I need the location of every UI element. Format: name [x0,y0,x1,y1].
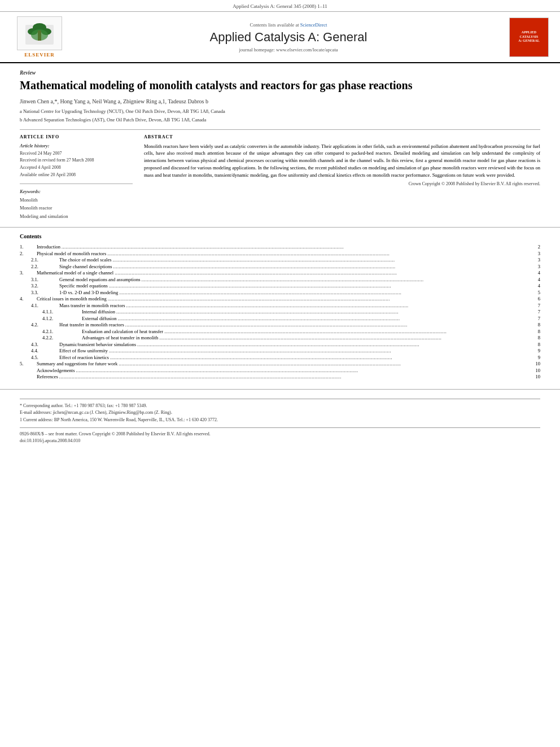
toc-dots: ........................................… [113,264,529,269]
toc-dots: ........................................… [119,290,529,295]
toc-page-number: 7 [529,316,540,321]
toc-dots: ........................................… [142,277,529,282]
toc-title-text: External diffusion [82,316,116,321]
toc-number: 4.3. [31,342,59,347]
journal-header: ELSEVIER Contents lists available at Sci… [0,12,560,63]
catalysis-journal-logo: APPLIEDCATALYSISA: GENERAL [509,18,549,57]
toc-item: 4.1.1.Internal diffusion ...............… [20,309,540,314]
toc-page-number: 4 [529,277,540,282]
toc-dots: ........................................… [113,257,529,263]
toc-number: 3.3. [31,290,59,295]
toc-dots: ........................................… [76,368,529,373]
toc-title-text: General model equations and assumptions [59,277,141,282]
toc-item: 2.Physical model of monolith reactors ..… [20,251,540,256]
sciencedirect-line: Contents lists available at ScienceDirec… [79,22,498,28]
journal-homepage: journal homepage: www.elsevier.com/locat… [79,47,498,53]
toc-title-text: Evaluation and calculation of heat trans… [82,329,163,334]
toc-dots: ........................................… [159,335,529,340]
article-info-section-label: ARTICLE INFO [20,134,133,139]
toc-title-text: 1-D vs. 2-D and 3-D modeling [59,290,118,295]
toc-dots: ........................................… [107,251,529,256]
authors-text: Jinwen Chen a,*, Hong Yang a, Neil Wang … [20,98,208,104]
toc-item: 4.Critical issues in monolith modeling .… [20,296,540,302]
toc-number: 4.1.2. [42,316,82,321]
toc-page-number: 4 [529,270,540,276]
toc-number: 4.2. [31,322,59,327]
toc-dots: ........................................… [119,361,529,366]
toc-page-number: 9 [529,355,540,360]
divider-1 [20,129,540,130]
contents-title: Contents [20,233,540,239]
article-type-label: Review [20,70,540,76]
email-note: E-mail addresses: jichen@nrcan.gc.ca (J.… [20,409,540,417]
toc-number: 3.2. [31,283,59,289]
toc-dots: ........................................… [117,316,529,321]
keywords-divider [20,184,133,184]
toc-number: 4.1. [31,303,59,308]
toc-number: 1. [20,244,37,250]
toc-title-text: The choice of model scales [59,257,112,263]
toc-title-text: References [37,374,58,379]
toc-title-text: Advantages of heat transfer in monolith [82,335,158,340]
abstract-text: Monolith reactors have been widely used … [144,143,540,179]
abstract-column: ABSTRACT Monolith reactors have been wid… [144,134,540,221]
toc-item: 3.3.1-D vs. 2-D and 3-D modeling .......… [20,290,540,295]
toc-item: 4.2.1.Evaluation and calculation of heat… [20,329,540,334]
toc-number: 4.4. [31,348,59,353]
current-address-note: 1 Current address: BP North America, 150… [20,417,540,424]
affiliations: a National Centre for Upgrading Technolo… [20,108,540,124]
keywords-list: Monolith Monolith reactor Modeling and s… [20,196,133,220]
toc-number: 5. [20,361,37,366]
article-title: Mathematical modeling of monolith cataly… [20,78,540,93]
toc-title-text: Mathematical model of a single channel [37,270,113,276]
copyright-line: Crown Copyright © 2008 Published by Else… [144,181,540,186]
toc-title-text: Critical issues in monolith modeling [37,296,107,302]
svg-point-5 [31,29,48,41]
toc-item: 4.2.Heat transfer in monolith reactors .… [20,322,540,327]
toc-dots: ........................................… [109,348,529,353]
corresponding-author-note: * Corresponding author. Tel.: +1 780 987… [20,403,540,410]
article-history-label: Article history: [20,143,133,148]
accepted-date: Accepted 4 April 2008 [20,164,133,172]
toc-dots: ........................................… [164,329,529,334]
article-info-column: ARTICLE INFO Article history: Received 2… [20,134,133,221]
toc-item: 3.1.General model equations and assumpti… [20,277,540,282]
toc-title-text: Effect of flow uniformity [59,348,108,353]
toc-item: 2.1.The choice of model scales .........… [20,257,540,263]
toc-title-text: Physical model of monolith reactors [37,251,106,256]
toc-dots: ........................................… [62,244,529,250]
keywords-label: Keywords: [20,189,133,194]
toc-title-text: Summary and suggestions for future work [37,361,117,366]
toc-title-text: Internal diffusion [82,309,115,314]
toc-item: 4.3.Dynamic/transient behavior simulatio… [20,342,540,347]
journal-reference: Applied Catalysis A: General 345 (2008) … [0,0,560,12]
received-date: Received 24 May 2007 [20,150,133,158]
authors-line: Jinwen Chen a,*, Hong Yang a, Neil Wang … [20,98,540,104]
toc-dots: ........................................… [137,342,529,347]
toc-number: 2.1. [31,257,59,263]
journal-title: Applied Catalysis A: General [79,30,498,45]
toc-page-number: 4 [529,283,540,289]
toc-page-number: 10 [529,374,540,379]
toc-title-text: Acknowledgements [37,368,75,373]
journal-center-info: Contents lists available at ScienceDirec… [68,22,509,53]
toc-page-number: 6 [529,296,540,302]
keyword-1: Monolith [20,196,133,204]
doi-line: doi:10.1016/j.apcata.2008.04.010 [20,438,540,443]
elsevier-tree-logo [17,16,62,50]
toc-title-text: Heat transfer in monolith reactors [59,322,124,327]
toc-item: References .............................… [20,374,540,379]
sciencedirect-prefix: Contents lists available at [250,22,299,28]
toc-title-text: Effect of reaction kinetics [59,355,109,360]
toc-page-number: 3 [529,264,540,269]
toc-page-number: 7 [529,309,540,314]
email-label: E-mail addresses: jichen@nrcan.gc.ca (J.… [20,410,172,415]
keyword-3: Modeling and simulation [20,212,133,220]
abstract-paragraph: Monolith reactors have been widely used … [144,143,540,179]
toc-dots: ........................................… [126,303,529,308]
elsevier-logo: ELSEVIER [11,16,68,58]
contents-section: Contents 1.Introduction ................… [0,227,560,386]
toc-title-text: Specific model equations [59,283,108,289]
toc-number: 4. [20,296,37,302]
toc-page-number: 2 [529,244,540,250]
